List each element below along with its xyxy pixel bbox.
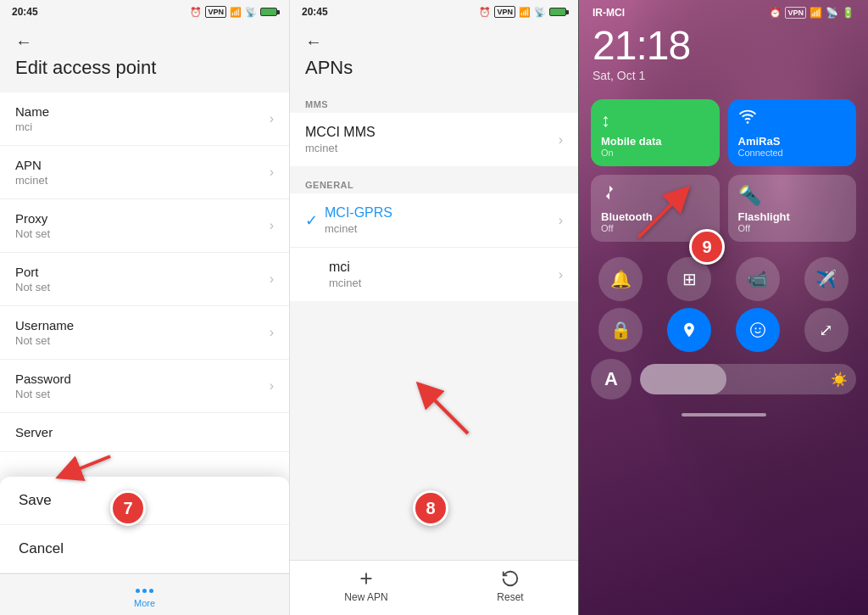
bluetooth-sub: Off	[601, 223, 613, 233]
back-button-1[interactable]: ←	[15, 32, 274, 52]
mobile-data-icon: ↕	[601, 109, 610, 131]
apn-label: APN	[15, 158, 47, 172]
wifi-tile-label: AmiRaS	[738, 135, 781, 148]
new-apn-button[interactable]: New APN	[344, 569, 387, 603]
setting-port[interactable]: Port Not set ›	[0, 253, 289, 306]
more-btn-container: More	[0, 573, 289, 615]
mci-item[interactable]: mci mcinet ›	[290, 248, 578, 301]
setting-name[interactable]: Name mci ›	[0, 92, 289, 146]
password-label: Password	[15, 372, 71, 386]
wifi-icon-1: 📡	[245, 7, 257, 18]
status-bar-2: 20:45 ⏰ VPN 📶 📡	[290, 0, 578, 24]
alarm-icon-2: ⏰	[479, 7, 491, 18]
wifi-tile-sub: Connected	[738, 148, 783, 158]
flashlight-tile[interactable]: 🔦 Flashlight Off	[728, 175, 857, 242]
vpn-icon-2: VPN	[494, 6, 515, 18]
brightness-slider[interactable]: ☀️	[640, 364, 856, 394]
setting-apn[interactable]: APN mcinet ›	[0, 146, 289, 199]
proxy-label: Proxy	[15, 211, 50, 226]
apns-header: ← APNs	[290, 24, 578, 86]
port-value: Not set	[15, 281, 50, 294]
control-tiles-grid: ↕ Mobile data On AmiRaS Connected	[579, 92, 868, 257]
proxy-value: Not set	[15, 227, 50, 240]
apn-arrow: ›	[270, 165, 274, 180]
icon-row-1: 🔔 ⊞ 📹 ✈️	[579, 257, 868, 301]
mcci-mms-arrow: ›	[559, 132, 563, 148]
mcci-mms-name: MCCI MMS	[305, 125, 376, 140]
bell-button[interactable]: 🔔	[598, 257, 643, 301]
setting-username[interactable]: Username Not set ›	[0, 306, 289, 360]
divider-1	[290, 86, 578, 92]
status-icons-2: ⏰ VPN 📶 📡	[479, 6, 566, 18]
bluetooth-icon	[601, 183, 618, 207]
password-arrow: ›	[270, 378, 274, 394]
mci-arrow: ›	[559, 267, 563, 282]
battery-icon-1	[260, 8, 277, 16]
flashlight-label: Flashlight	[738, 210, 790, 223]
setting-proxy[interactable]: Proxy Not set ›	[0, 199, 289, 253]
mci-gprs-sub: mcinet	[325, 222, 392, 235]
page-title-1: Edit access point	[15, 57, 274, 79]
apns-panel: 20:45 ⏰ VPN 📶 📡 ← APNs MMS MCCI MMS mcin…	[289, 0, 578, 615]
flashlight-sub: Off	[738, 223, 750, 233]
step-number-9: 9	[689, 229, 725, 265]
edit-apn-header: ← Edit access point	[0, 24, 289, 86]
wifi-tile[interactable]: AmiRaS Connected	[728, 99, 857, 166]
location-button[interactable]	[667, 308, 711, 352]
svg-point-3	[751, 323, 765, 338]
username-value: Not set	[15, 334, 74, 347]
bluetooth-label: Bluetooth	[601, 210, 653, 223]
divider-2	[290, 166, 578, 173]
sun-icon: ☀️	[831, 372, 848, 388]
wifi-icon-2: 📡	[534, 7, 546, 18]
mobile-data-label: Mobile data	[601, 135, 662, 148]
mcci-mms-item[interactable]: MCCI MMS mcinet ›	[290, 113, 578, 166]
more-dots-icon	[132, 583, 158, 598]
brightness-fill	[640, 364, 726, 394]
mobile-data-tile[interactable]: ↕ Mobile data On	[591, 99, 720, 166]
username-arrow: ›	[270, 325, 274, 340]
auto-brightness-button[interactable]: A	[591, 359, 632, 400]
password-value: Not set	[15, 388, 71, 400]
cancel-button[interactable]: Cancel	[0, 525, 289, 573]
brightness-row: A ☀️	[579, 352, 868, 406]
port-arrow: ›	[270, 271, 274, 287]
action-sheet: Save Cancel More	[0, 477, 289, 615]
signal-icon-2: 📶	[519, 7, 531, 18]
vpn-icon: VPN	[205, 6, 226, 18]
back-button-2[interactable]: ←	[305, 32, 563, 52]
mci-gprs-name: MCI-GPRS	[325, 205, 392, 221]
apn-bottom-bar: New APN Reset	[290, 560, 578, 615]
reset-icon	[501, 569, 520, 588]
home-indicator	[682, 413, 766, 417]
date-display: Sat, Oct 1	[579, 69, 868, 92]
setting-password[interactable]: Password Not set ›	[0, 360, 289, 413]
icon-row-2: 🔒 ⤢	[579, 301, 868, 352]
signal-icon-3: 📶	[810, 7, 822, 19]
setting-server: Server	[0, 413, 289, 452]
reset-button[interactable]: Reset	[497, 569, 523, 603]
status-icons-1: ⏰ VPN 📶 📡	[190, 6, 277, 18]
battery-icon-3: 🔋	[842, 7, 854, 19]
carrier-label: IR-MCI	[593, 7, 625, 19]
battery-icon-2	[549, 8, 566, 16]
name-value: mci	[15, 120, 49, 133]
video-button[interactable]: 📹	[736, 257, 780, 301]
name-label: Name	[15, 104, 49, 119]
flashlight-icon: 🔦	[738, 185, 761, 207]
step-number-7: 7	[110, 490, 146, 526]
mci-gprs-arrow: ›	[559, 213, 563, 228]
airplane-button[interactable]: ✈️	[804, 257, 849, 301]
status-bar-3: IR-MCI ⏰ VPN 📶 📡 🔋	[579, 0, 868, 22]
mci-gprs-item[interactable]: ✓ MCI-GPRS mcinet ›	[290, 193, 578, 247]
arrow-annotation-8	[400, 374, 485, 445]
expand-button[interactable]: ⤢	[804, 308, 849, 352]
mci-sub: mcinet	[329, 277, 361, 289]
mci-name: mci	[329, 260, 361, 275]
step-number-8: 8	[413, 490, 448, 526]
lock-button[interactable]: 🔒	[598, 308, 643, 352]
faceid-button[interactable]	[736, 308, 780, 352]
wifi-icon-3: 📡	[826, 7, 838, 19]
status-icons-3: ⏰ VPN 📶 📡 🔋	[769, 7, 854, 19]
more-button[interactable]: More	[132, 583, 158, 608]
